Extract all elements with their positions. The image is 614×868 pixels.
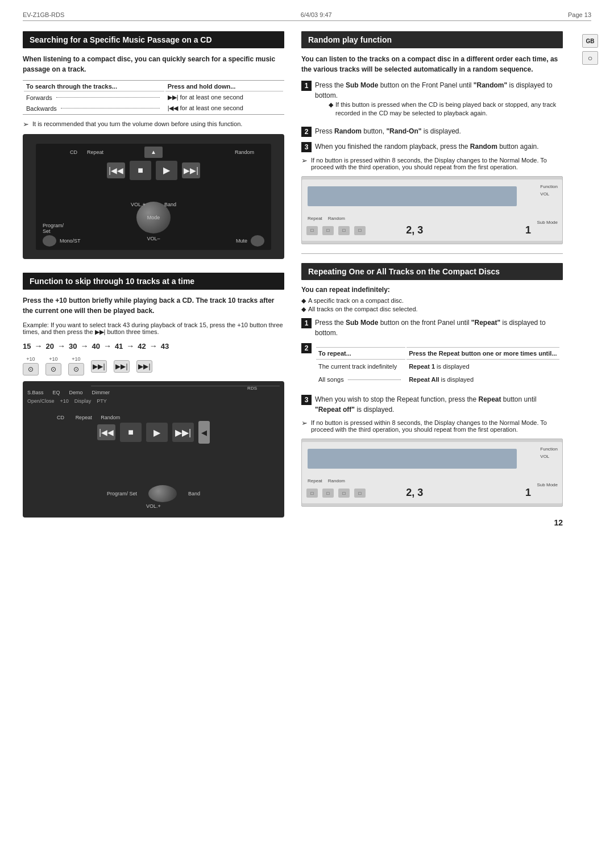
repeat-footer-note: ➢ If no button is pressed within 8 secon… <box>301 419 563 433</box>
skip-ctrl-3[interactable]: ⊙ <box>68 363 84 375</box>
control-btn-row: |◀◀ ■ ▶ ▶▶| <box>107 161 200 180</box>
eject-button[interactable]: ▲ <box>144 147 163 158</box>
repeat-label-2: Repeat <box>308 478 322 483</box>
program-set-label: Program/Set <box>43 223 64 234</box>
mute-btn[interactable] <box>251 235 264 247</box>
device2-side-btn[interactable]: ◀ <box>198 421 210 444</box>
repeating-title: Repeating One or All Tracks on the Compa… <box>301 263 563 280</box>
stop-btn[interactable]: ■ <box>130 161 151 180</box>
panel-repeat-random-2: Repeat Random <box>308 478 345 483</box>
next-track-3: ▶▶| <box>136 359 152 373</box>
skip-next-1[interactable]: ▶▶| <box>91 360 107 373</box>
mono-st-btn[interactable] <box>43 235 56 247</box>
repeat-step-num-1: 1 <box>301 318 312 328</box>
panel-btn-3[interactable]: □ <box>338 226 350 235</box>
step-3-text: When you finished the random playback, p… <box>315 141 539 152</box>
repeat-can-2: All tracks on the compact disc selected. <box>308 306 418 312</box>
step-num-2: 2 <box>301 127 312 137</box>
backwards-label: Backwards <box>24 103 164 113</box>
random-label-1: Random <box>328 216 345 221</box>
skip-buttons-row: +10 ⊙ +10 ⊙ +10 ⊙ ▶▶| <box>23 356 284 375</box>
next-btn[interactable]: ▶▶| <box>182 162 200 178</box>
page-wrapper: EV-Z1GB-RDS 6/4/03 9:47 Page 13 GB ○ Sea… <box>23 0 591 539</box>
step-num-1: 1 <box>301 81 312 91</box>
header-date: 6/4/03 9:47 <box>301 11 332 18</box>
vol-plus-label: VOL.+ <box>131 202 146 207</box>
repeat-label-1: Repeat <box>308 216 322 221</box>
repeat-step-num-2: 2 <box>301 343 312 353</box>
skip-next-2[interactable]: ▶▶| <box>114 360 130 373</box>
device2-prog-label: Program/ Set <box>107 491 137 496</box>
searching-note: ➢ It is recommended that you turn the vo… <box>23 120 284 128</box>
circle-icon: ○ <box>582 51 598 65</box>
device2-rds: RDS <box>91 386 280 397</box>
play-btn[interactable]: ▶ <box>156 161 177 180</box>
bottom-right-controls: Mute <box>236 235 264 247</box>
plus10-btn-3: +10 ⊙ <box>68 356 84 375</box>
panel-btn-4[interactable]: □ <box>354 226 366 235</box>
cd-label: CD <box>70 149 77 155</box>
device-image-2: S.Bass EQ Demo Dimmer RDS Open/Close +10… <box>23 381 284 518</box>
function-label-1: Function <box>540 184 558 189</box>
panel-btn-1[interactable]: □ <box>306 226 318 235</box>
random-footer-note: ➢ If no button is pressed within 8 secon… <box>301 157 563 170</box>
random-label-2: Random <box>328 478 345 483</box>
section-divider <box>301 253 563 254</box>
panel-btn-6[interactable]: □ <box>322 489 334 498</box>
rds-label: RDS <box>247 386 257 391</box>
skip-ctrl-1[interactable]: ⊙ <box>23 363 39 375</box>
page-number: 12 <box>301 518 563 527</box>
skip-section: Function to skip through 10 tracks at a … <box>23 273 284 518</box>
vol-label-2: VOL <box>540 454 558 459</box>
device2-play[interactable]: ▶ <box>146 423 168 442</box>
table-row: Backwards |◀◀ for at least one second <box>24 103 283 113</box>
prev-btn[interactable]: |◀◀ <box>107 162 125 178</box>
panel-image-2: Function VOL Repeat Random Sub Mode □ <box>301 439 563 507</box>
footer-arrow-icon-2: ➢ <box>301 419 308 427</box>
vol-minus-label: VOL– <box>147 236 160 241</box>
panel-inner-2: Function VOL Repeat Random Sub Mode □ <box>302 442 562 503</box>
random-label: Random <box>235 149 254 155</box>
skip-ctrl-2[interactable]: ⊙ <box>45 363 61 375</box>
skip-next-3[interactable]: ▶▶| <box>136 360 152 373</box>
main-columns: Searching for a Specific Music Passage o… <box>23 31 591 527</box>
diamond-icon-1: ◆ <box>329 101 333 109</box>
open-close-label: Open/Close <box>27 398 55 404</box>
panel-display-2 <box>308 449 517 469</box>
side-icons: GB ○ <box>582 34 598 65</box>
panel-btn-5[interactable]: □ <box>306 489 318 498</box>
table-row: All songs Repeat All is displayed <box>316 374 559 386</box>
device2-stop[interactable]: ■ <box>120 423 142 442</box>
device2-prev[interactable]: |◀◀ <box>97 424 115 440</box>
random-intro: You can listen to the tracks on a compac… <box>301 54 563 74</box>
header-page: Page 13 <box>568 11 591 18</box>
step-1-text: Press the Sub Mode button on the Front P… <box>315 81 553 99</box>
panel-btn-2[interactable]: □ <box>322 226 334 235</box>
search-col2-header: Press and hold down... <box>165 82 283 91</box>
device2-random-label: Random <box>101 415 120 420</box>
plus10-label: +10 <box>60 398 69 404</box>
device2-vol-knob[interactable] <box>148 485 177 502</box>
device2-repeat-label: Repeat <box>76 415 92 420</box>
repeat-row1-action: Repeat 1 is displayed <box>406 361 559 373</box>
panel-right-labels-2: Function VOL <box>540 446 558 459</box>
device2-cd-labels: CD Repeat Random <box>57 412 120 421</box>
step-2-text: Press Random button, "Rand-On" is displa… <box>315 126 461 136</box>
badge-23-1: 2, 3 <box>406 224 423 236</box>
panel-buttons-1: □ □ □ □ <box>306 226 558 235</box>
mono-st-label: Mono/ST <box>60 238 81 244</box>
backwards-action: |◀◀ for at least one second <box>165 103 283 113</box>
device2-ctrl-buttons: |◀◀ ■ ▶ ▶▶| ◀ <box>97 421 210 444</box>
panel-btn-7[interactable]: □ <box>338 489 350 498</box>
device2-vol-plus-label: VOL.+ <box>146 503 161 509</box>
searching-title: Searching for a Specific Music Passage o… <box>23 31 284 48</box>
searching-intro: When listening to a compact disc, you ca… <box>23 54 284 74</box>
panel-btn-8[interactable]: □ <box>354 489 366 498</box>
repeat-step-2: 2 To repeat... Press the Repeat button o… <box>301 343 563 390</box>
forwards-label: Forwards <box>24 93 164 102</box>
repeat-footer-text: If no button is pressed within 8 seconds… <box>311 419 563 433</box>
search-col1-header: To search through the tracks... <box>24 82 164 91</box>
device2-next[interactable]: ▶▶| <box>172 423 194 442</box>
skip-example: Example: If you want to select track 43 … <box>23 322 284 336</box>
function-label-2: Function <box>540 446 558 452</box>
